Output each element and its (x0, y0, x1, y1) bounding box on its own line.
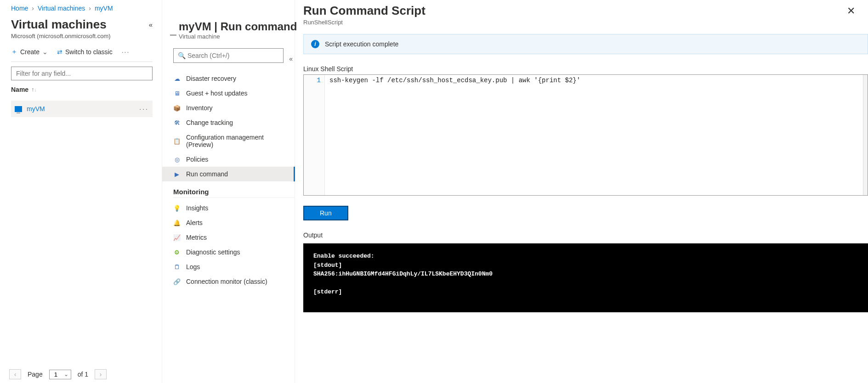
menu-logs[interactable]: 🗒Logs (173, 259, 295, 274)
tenant-subtitle: Microsoft (microsoft.onmicrosoft.com) (11, 33, 153, 39)
page-title: Virtual machines (11, 17, 107, 32)
panel-subtitle: RunShellScript (303, 19, 868, 26)
menu-inventory[interactable]: 📦Inventory (173, 101, 295, 115)
breadcrumb: Home › Virtual machines › myVM (11, 5, 153, 12)
menu-change-tracking[interactable]: 🛠Change tracking (173, 115, 295, 130)
menu-policies[interactable]: ◎Policies (173, 152, 295, 167)
prev-page-button[interactable]: ‹ (9, 369, 21, 379)
panel-title: Run Command Script (303, 4, 425, 18)
menu-section-monitoring: Monitoring (173, 188, 295, 198)
vm-icon (15, 106, 22, 112)
row-more-icon[interactable]: ··· (139, 105, 149, 113)
pager: ‹ Page 1 ⌄ of 1 › (9, 369, 107, 379)
link-icon: 🔗 (173, 278, 181, 285)
scrollbar[interactable] (863, 75, 868, 195)
next-page-button[interactable]: › (95, 369, 107, 379)
swap-icon: ⇄ (57, 48, 62, 56)
cloud-icon: ☁ (173, 75, 181, 82)
editor-label: Linux Shell Script (303, 65, 868, 73)
chevron-right-icon: › (32, 5, 34, 12)
chevron-right-icon: › (89, 5, 91, 12)
menu-config-management[interactable]: 📋Configuration management (Preview) (173, 130, 295, 152)
run-button[interactable]: Run (303, 206, 348, 220)
column-header-name[interactable]: Name ↑↓ (11, 86, 153, 93)
status-text: Script execution complete (325, 40, 398, 48)
editor-code[interactable]: ssh-keygen -lf /etc/ssh/ssh_host_ecdsa_k… (325, 75, 863, 195)
create-button[interactable]: ＋ Create ⌄ (11, 48, 48, 56)
menu-connection-monitor[interactable]: 🔗Connection monitor (classic) (173, 274, 295, 289)
resource-type: Virtual machine (179, 33, 297, 40)
page-select[interactable]: 1 (49, 370, 71, 379)
menu-search-input[interactable] (173, 48, 284, 63)
resource-menu: ☁Disaster recovery 🖥Guest + host updates… (173, 71, 295, 289)
chart-icon: 📈 (173, 234, 181, 241)
filter-input[interactable] (11, 67, 153, 80)
play-icon: ▶ (173, 170, 181, 178)
collapse-icon[interactable]: « (149, 21, 153, 28)
menu-run-command[interactable]: ▶Run command (162, 167, 295, 181)
package-icon: 📦 (173, 104, 181, 112)
wrench-icon: 🛠 (173, 119, 181, 126)
bell-icon: 🔔 (173, 219, 181, 226)
monitor-icon: 🖥 (173, 90, 181, 97)
bulb-icon: 💡 (173, 204, 181, 212)
resource-title: myVM | Run command (179, 20, 297, 33)
menu-alerts[interactable]: 🔔Alerts (173, 215, 295, 230)
collapse-icon[interactable]: « (289, 55, 293, 62)
breadcrumb-vm-list[interactable]: Virtual machines (38, 5, 85, 12)
target-icon: ◎ (173, 156, 181, 163)
menu-guest-host-updates[interactable]: 🖥Guest + host updates (173, 86, 295, 101)
vm-name-link[interactable]: myVM (27, 105, 45, 113)
script-editor[interactable]: 1 ssh-keygen -lf /etc/ssh/ssh_host_ecdsa… (303, 74, 868, 196)
menu-disaster-recovery[interactable]: ☁Disaster recovery (173, 71, 295, 86)
editor-gutter: 1 (304, 75, 325, 195)
sort-icon: ↑↓ (31, 86, 37, 93)
switch-label: Switch to classic (65, 48, 113, 56)
menu-diagnostic-settings[interactable]: ⚙Diagnostic settings (173, 245, 295, 259)
gear-icon: ⚙ (173, 248, 181, 256)
breadcrumb-vm-name[interactable]: myVM (95, 5, 113, 12)
pager-of: of 1 (78, 371, 88, 378)
output-text: Enable succeeded: [stdout] SHA256:ihHuGN… (303, 243, 868, 312)
search-icon: 🔍 (178, 52, 186, 59)
logs-icon: 🗒 (173, 263, 181, 270)
close-icon[interactable]: ✕ (847, 5, 855, 17)
status-banner: i Script execution complete (303, 34, 868, 54)
table-row[interactable]: myVM ··· (11, 101, 153, 117)
plus-icon: ＋ (11, 48, 17, 56)
create-label: Create (20, 48, 40, 56)
clipboard-icon: 📋 (173, 137, 181, 145)
pager-page-label: Page (28, 371, 43, 378)
menu-metrics[interactable]: 📈Metrics (173, 230, 295, 245)
menu-insights[interactable]: 💡Insights (173, 201, 295, 215)
switch-classic-button[interactable]: ⇄ Switch to classic (57, 48, 113, 56)
output-label: Output (303, 231, 868, 239)
info-icon: i (311, 40, 319, 48)
chevron-down-icon: ⌄ (42, 48, 48, 56)
breadcrumb-home[interactable]: Home (11, 5, 28, 12)
more-icon[interactable]: ··· (122, 48, 130, 56)
